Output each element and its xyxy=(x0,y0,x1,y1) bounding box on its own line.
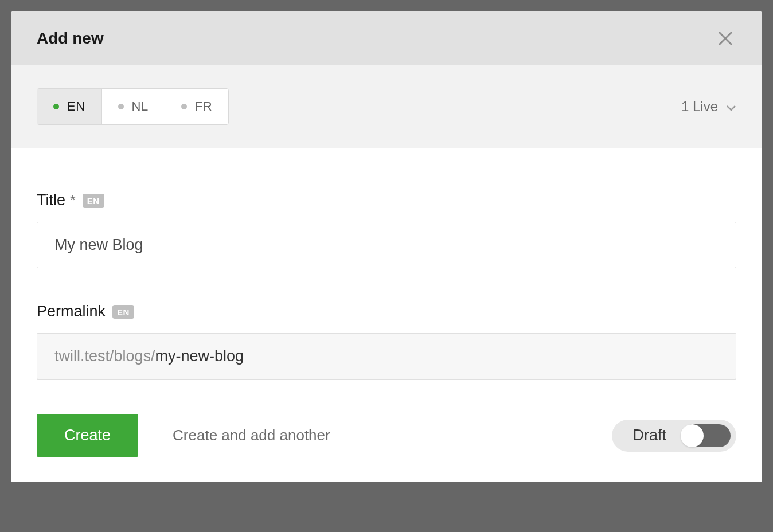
modal-footer: Create Create and add another Draft xyxy=(37,414,736,457)
modal-title: Add new xyxy=(37,29,104,48)
title-label-row: Title * EN xyxy=(37,191,736,209)
toggle-switch xyxy=(681,424,731,447)
lang-status-dot-icon xyxy=(118,104,124,109)
lang-tab-nl[interactable]: NL xyxy=(102,89,165,124)
live-status-select[interactable]: 1 Live xyxy=(681,99,736,115)
language-tabs: EN NL FR xyxy=(37,88,229,125)
permalink-input[interactable]: twill.test/blogs/my-new-blog xyxy=(37,333,736,380)
add-new-modal: Add new EN NL FR xyxy=(11,11,762,482)
toggle-knob xyxy=(681,424,704,447)
modal-header: Add new xyxy=(11,11,762,65)
create-button[interactable]: Create xyxy=(37,414,138,457)
footer-left: Create Create and add another xyxy=(37,414,330,457)
permalink-label-row: Permalink EN xyxy=(37,303,736,320)
permalink-prefix: twill.test/blogs/ xyxy=(54,347,155,365)
chevron-down-icon xyxy=(726,99,736,115)
close-button[interactable] xyxy=(715,28,736,49)
modal-subheader: EN NL FR 1 Live xyxy=(11,65,762,148)
title-input[interactable] xyxy=(37,222,736,268)
permalink-lang-badge: EN xyxy=(112,305,134,319)
lang-tab-en[interactable]: EN xyxy=(37,89,102,124)
lang-tab-fr[interactable]: FR xyxy=(165,89,228,124)
create-and-add-another-button[interactable]: Create and add another xyxy=(173,427,330,444)
lang-status-dot-icon xyxy=(53,104,59,109)
title-required-indicator: * xyxy=(70,192,76,209)
lang-tab-label: NL xyxy=(132,99,149,114)
permalink-label: Permalink xyxy=(37,303,106,320)
live-status-label: 1 Live xyxy=(681,99,718,115)
title-lang-badge: EN xyxy=(83,194,104,208)
lang-tab-label: EN xyxy=(67,99,85,114)
draft-toggle-label: Draft xyxy=(633,427,666,444)
lang-status-dot-icon xyxy=(181,104,187,109)
lang-tab-label: FR xyxy=(195,99,212,114)
draft-toggle[interactable]: Draft xyxy=(612,420,736,452)
permalink-field-group: Permalink EN twill.test/blogs/my-new-blo… xyxy=(37,303,736,380)
title-label: Title xyxy=(37,191,65,209)
permalink-slug: my-new-blog xyxy=(155,347,244,365)
modal-body: Title * EN Permalink EN twill.test/blogs… xyxy=(11,148,762,482)
close-icon xyxy=(717,30,734,47)
title-field-group: Title * EN xyxy=(37,191,736,268)
